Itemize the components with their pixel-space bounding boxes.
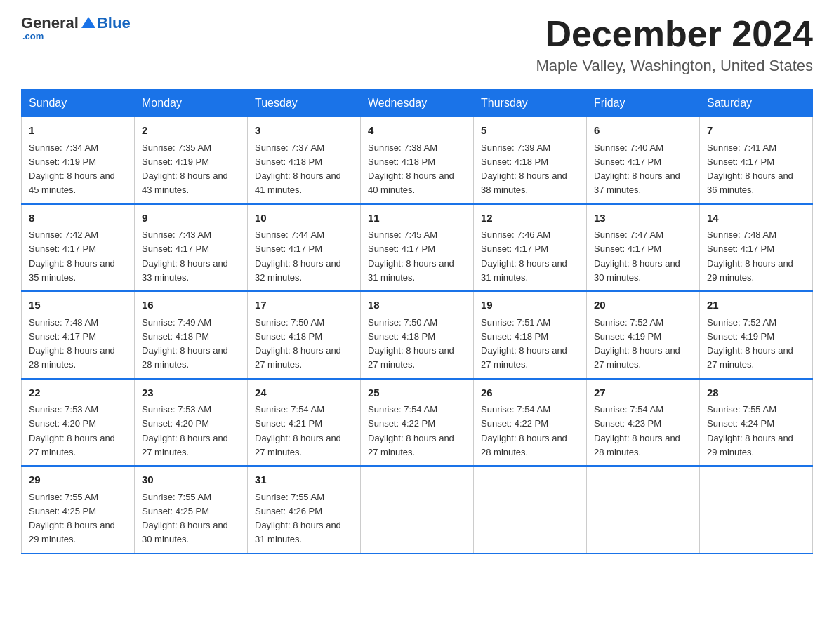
day-number: 24 — [255, 385, 353, 401]
day-number: 22 — [29, 385, 127, 401]
day-info: Sunrise: 7:40 AMSunset: 4:17 PMDaylight:… — [594, 142, 680, 196]
table-row: 5 Sunrise: 7:39 AMSunset: 4:18 PMDayligh… — [474, 117, 587, 204]
table-row: 24 Sunrise: 7:54 AMSunset: 4:21 PMDaylig… — [248, 379, 361, 467]
day-info: Sunrise: 7:54 AMSunset: 4:22 PMDaylight:… — [368, 404, 454, 457]
day-number: 12 — [481, 210, 579, 227]
calendar-table: Sunday Monday Tuesday Wednesday Thursday… — [21, 89, 813, 554]
day-number: 7 — [707, 123, 805, 139]
day-number: 1 — [29, 123, 127, 139]
day-number: 19 — [481, 297, 579, 314]
table-row: 21 Sunrise: 7:52 AMSunset: 4:19 PMDaylig… — [700, 291, 813, 379]
col-thursday: Thursday — [474, 90, 587, 117]
table-row — [361, 466, 474, 554]
location-title: Maple Valley, Washington, United States — [536, 57, 813, 75]
day-number: 3 — [255, 123, 353, 139]
day-number: 14 — [707, 210, 805, 227]
table-row: 29 Sunrise: 7:55 AMSunset: 4:25 PMDaylig… — [22, 466, 135, 554]
table-row — [700, 466, 813, 554]
day-info: Sunrise: 7:45 AMSunset: 4:17 PMDaylight:… — [368, 229, 454, 283]
table-row: 1 Sunrise: 7:34 AMSunset: 4:19 PMDayligh… — [22, 117, 135, 204]
logo-subtitle: .com — [22, 31, 44, 41]
day-info: Sunrise: 7:38 AMSunset: 4:18 PMDaylight:… — [368, 142, 454, 196]
logo: General Blue .com — [21, 14, 131, 41]
day-info: Sunrise: 7:42 AMSunset: 4:17 PMDaylight:… — [29, 229, 115, 283]
table-row: 17 Sunrise: 7:50 AMSunset: 4:18 PMDaylig… — [248, 291, 361, 379]
svg-marker-0 — [81, 17, 95, 28]
day-info: Sunrise: 7:48 AMSunset: 4:17 PMDaylight:… — [707, 229, 793, 283]
calendar-header-row: Sunday Monday Tuesday Wednesday Thursday… — [22, 90, 813, 117]
col-saturday: Saturday — [700, 90, 813, 117]
day-number: 29 — [29, 472, 127, 488]
day-info: Sunrise: 7:55 AMSunset: 4:24 PMDaylight:… — [707, 404, 793, 457]
table-row: 25 Sunrise: 7:54 AMSunset: 4:22 PMDaylig… — [361, 379, 474, 467]
table-row: 7 Sunrise: 7:41 AMSunset: 4:17 PMDayligh… — [700, 117, 813, 204]
day-info: Sunrise: 7:55 AMSunset: 4:26 PMDaylight:… — [255, 492, 341, 545]
col-monday: Monday — [135, 90, 248, 117]
day-number: 21 — [707, 297, 805, 314]
table-row: 26 Sunrise: 7:54 AMSunset: 4:22 PMDaylig… — [474, 379, 587, 467]
day-number: 11 — [368, 210, 466, 227]
day-number: 13 — [594, 210, 692, 227]
table-row: 20 Sunrise: 7:52 AMSunset: 4:19 PMDaylig… — [587, 291, 700, 379]
table-row: 13 Sunrise: 7:47 AMSunset: 4:17 PMDaylig… — [587, 204, 700, 292]
month-title: December 2024 — [536, 14, 813, 54]
col-sunday: Sunday — [22, 90, 135, 117]
day-number: 6 — [594, 123, 692, 139]
day-number: 23 — [142, 385, 240, 401]
day-info: Sunrise: 7:46 AMSunset: 4:17 PMDaylight:… — [481, 229, 567, 283]
week-row-5: 29 Sunrise: 7:55 AMSunset: 4:25 PMDaylig… — [22, 466, 813, 554]
day-info: Sunrise: 7:54 AMSunset: 4:23 PMDaylight:… — [594, 404, 680, 457]
title-area: December 2024 Maple Valley, Washington, … — [536, 14, 813, 75]
table-row: 23 Sunrise: 7:53 AMSunset: 4:20 PMDaylig… — [135, 379, 248, 467]
day-number: 18 — [368, 297, 466, 314]
table-row: 14 Sunrise: 7:48 AMSunset: 4:17 PMDaylig… — [700, 204, 813, 292]
day-info: Sunrise: 7:55 AMSunset: 4:25 PMDaylight:… — [29, 492, 115, 545]
day-number: 30 — [142, 472, 240, 488]
day-info: Sunrise: 7:47 AMSunset: 4:17 PMDaylight:… — [594, 229, 680, 283]
table-row: 28 Sunrise: 7:55 AMSunset: 4:24 PMDaylig… — [700, 379, 813, 467]
logo-triangle-icon — [81, 15, 96, 31]
table-row — [587, 466, 700, 554]
day-number: 2 — [142, 123, 240, 139]
day-info: Sunrise: 7:50 AMSunset: 4:18 PMDaylight:… — [368, 317, 454, 370]
week-row-2: 8 Sunrise: 7:42 AMSunset: 4:17 PMDayligh… — [22, 204, 813, 292]
table-row: 12 Sunrise: 7:46 AMSunset: 4:17 PMDaylig… — [474, 204, 587, 292]
logo-blue: Blue — [79, 14, 131, 32]
day-number: 15 — [29, 297, 127, 314]
day-number: 31 — [255, 472, 353, 488]
logo-text: General Blue — [21, 14, 131, 32]
day-info: Sunrise: 7:37 AMSunset: 4:18 PMDaylight:… — [255, 142, 341, 196]
day-info: Sunrise: 7:44 AMSunset: 4:17 PMDaylight:… — [255, 229, 341, 283]
day-number: 26 — [481, 385, 579, 401]
day-number: 5 — [481, 123, 579, 139]
table-row: 11 Sunrise: 7:45 AMSunset: 4:17 PMDaylig… — [361, 204, 474, 292]
table-row: 22 Sunrise: 7:53 AMSunset: 4:20 PMDaylig… — [22, 379, 135, 467]
day-info: Sunrise: 7:55 AMSunset: 4:25 PMDaylight:… — [142, 492, 228, 545]
week-row-4: 22 Sunrise: 7:53 AMSunset: 4:20 PMDaylig… — [22, 379, 813, 467]
day-info: Sunrise: 7:39 AMSunset: 4:18 PMDaylight:… — [481, 142, 567, 196]
logo-blue-text: Blue — [97, 14, 131, 32]
day-info: Sunrise: 7:53 AMSunset: 4:20 PMDaylight:… — [142, 404, 228, 457]
col-friday: Friday — [587, 90, 700, 117]
day-number: 8 — [29, 210, 127, 227]
day-info: Sunrise: 7:54 AMSunset: 4:21 PMDaylight:… — [255, 404, 341, 457]
col-wednesday: Wednesday — [361, 90, 474, 117]
table-row: 2 Sunrise: 7:35 AMSunset: 4:19 PMDayligh… — [135, 117, 248, 204]
day-info: Sunrise: 7:50 AMSunset: 4:18 PMDaylight:… — [255, 317, 341, 370]
table-row: 4 Sunrise: 7:38 AMSunset: 4:18 PMDayligh… — [361, 117, 474, 204]
table-row: 3 Sunrise: 7:37 AMSunset: 4:18 PMDayligh… — [248, 117, 361, 204]
day-info: Sunrise: 7:34 AMSunset: 4:19 PMDaylight:… — [29, 142, 115, 196]
day-number: 25 — [368, 385, 466, 401]
day-number: 28 — [707, 385, 805, 401]
table-row: 31 Sunrise: 7:55 AMSunset: 4:26 PMDaylig… — [248, 466, 361, 554]
table-row: 18 Sunrise: 7:50 AMSunset: 4:18 PMDaylig… — [361, 291, 474, 379]
table-row: 27 Sunrise: 7:54 AMSunset: 4:23 PMDaylig… — [587, 379, 700, 467]
day-info: Sunrise: 7:51 AMSunset: 4:18 PMDaylight:… — [481, 317, 567, 370]
logo-general: General — [21, 14, 79, 32]
table-row: 10 Sunrise: 7:44 AMSunset: 4:17 PMDaylig… — [248, 204, 361, 292]
day-number: 10 — [255, 210, 353, 227]
table-row: 15 Sunrise: 7:48 AMSunset: 4:17 PMDaylig… — [22, 291, 135, 379]
table-row: 8 Sunrise: 7:42 AMSunset: 4:17 PMDayligh… — [22, 204, 135, 292]
day-info: Sunrise: 7:35 AMSunset: 4:19 PMDaylight:… — [142, 142, 228, 196]
day-info: Sunrise: 7:54 AMSunset: 4:22 PMDaylight:… — [481, 404, 567, 457]
